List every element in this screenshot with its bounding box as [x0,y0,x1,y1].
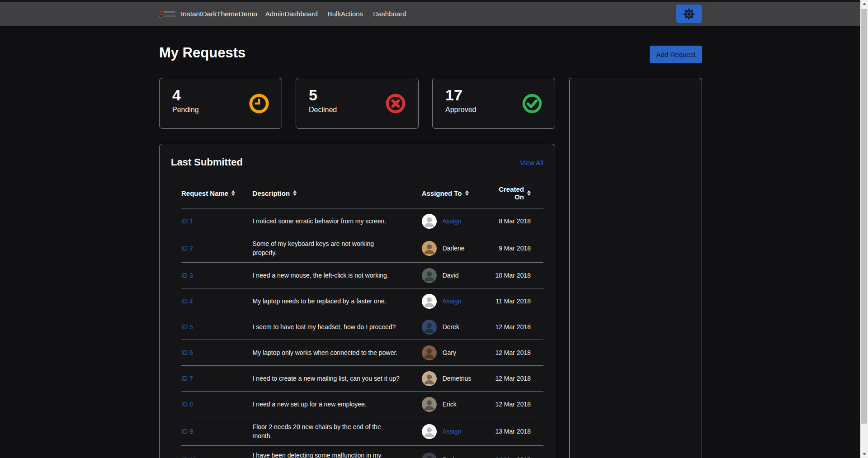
assignee-name: Gary [443,348,456,357]
person-icon [422,345,437,360]
column-label: Created On [491,185,524,201]
sort-icon [465,190,469,196]
scrollbar[interactable] [860,0,868,458]
clock-icon [248,93,270,114]
avatar [422,345,437,360]
stat-card-declined: 5 Declined [296,78,419,129]
request-link[interactable]: ID 3 [181,272,193,279]
request-date: 12 Mar 2018 [491,322,543,331]
stats-row: 4 Pending 5 Declined 17 Approved [159,78,555,129]
avatar-placeholder [422,214,437,229]
avatar [422,371,437,386]
request-link[interactable]: ID 5 [181,323,193,331]
column-header-request-name[interactable]: Request Name [181,185,253,201]
x-circle-icon [385,93,406,114]
gear-icon [682,7,696,21]
table-row: ID 10 I have been detecting some malfunc… [181,446,543,458]
scrollbar-down-button[interactable] [860,450,868,458]
request-description: I need a new mouse, the left-click is no… [253,271,422,280]
sort-icon [293,190,297,196]
assignee-name: Demetrius [443,374,472,383]
request-date: 10 Mar 2018 [491,271,543,280]
request-date: 13 Mar 2018 [491,427,543,436]
add-request-button[interactable]: Add Request [650,46,702,63]
request-date: 14 Mar 2018 [491,455,543,458]
person-icon [422,214,437,229]
navbar-brand[interactable]: InstantDarkThemeDemo [181,10,257,18]
request-link[interactable]: ID 1 [181,217,193,225]
request-date: 12 Mar 2018 [491,348,543,357]
request-link[interactable]: ID 7 [181,375,193,382]
stat-card-pending: 4 Pending [159,78,282,129]
assignee-name: David [443,271,459,280]
request-date: 12 Mar 2018 [491,400,543,409]
request-description: I have been detecting some malfunction i… [253,451,388,458]
table-row: ID 4 My laptop needs to be replaced by a… [181,288,543,314]
assign-link[interactable]: Assign [443,297,462,306]
request-description: I noticed some erratic behavior from my … [253,217,422,226]
scroll-up-icon [863,3,866,5]
person-icon [422,241,437,256]
column-header-assigned-to[interactable]: Assigned To [422,185,492,201]
person-icon [422,371,437,386]
page-title: My Requests [159,45,245,61]
person-icon [422,397,437,412]
assignee-name: Doris [443,455,458,458]
request-description: I need a new set up for a new employee. [253,400,422,409]
stat-card-approved: 17 Approved [432,78,555,129]
assignee-name: Darlene [443,244,465,253]
empty-side-panel [569,78,702,458]
column-header-created-on[interactable]: Created On [491,185,543,201]
request-date: 8 Mar 2018 [491,217,543,226]
requests-table: Request Name Description Assigned To Cre… [181,180,543,458]
scrollbar-thumb[interactable] [861,9,867,424]
nav-link-bulkactions[interactable]: BulkActions [328,10,363,18]
person-icon [422,320,437,335]
person-icon [422,424,437,439]
request-description: I seem to have lost my headset, how do I… [253,322,422,331]
request-link[interactable]: ID 4 [181,297,193,305]
request-description: Some of my keyboard keys are not working… [253,239,388,257]
table-row: ID 3 I need a new mouse, the left-click … [181,263,543,288]
card-title: Last Submitted [171,156,243,169]
avatar [422,320,437,335]
scrollbar-up-button[interactable] [860,0,868,8]
assign-link[interactable]: Assign [443,217,462,226]
column-label: Description [253,189,290,197]
column-header-description[interactable]: Description [253,185,422,201]
table-row: ID 9 Floor 2 needs 20 new chairs by the … [181,417,543,446]
request-link[interactable]: ID 2 [181,245,193,252]
request-date: 9 Mar 2018 [491,244,543,253]
navbar: InstantDarkThemeDemo AdminDashboard Bulk… [0,2,860,26]
table-row: ID 7 I need to create a new mailing list… [181,366,543,392]
avatar-placeholder [422,294,437,309]
nav-link-dashboard[interactable]: Dashboard [373,10,406,18]
table-header-row: Request Name Description Assigned To Cre… [181,180,543,208]
request-link[interactable]: ID 9 [181,428,193,435]
request-description: My laptop only works when connected to t… [253,348,422,357]
request-link[interactable]: ID 6 [181,349,193,356]
column-label: Assigned To [422,189,462,197]
assignee-name: Derek [443,322,459,331]
sort-icon [231,190,235,196]
assign-link[interactable]: Assign [443,427,462,436]
table-row: ID 6 My laptop only works when connected… [181,340,543,366]
request-description: Floor 2 needs 20 new chairs by the end o… [253,422,388,440]
request-link[interactable]: ID 10 [181,456,196,458]
check-circle-icon [521,93,543,114]
sort-icon [527,190,531,196]
avatar [422,397,437,412]
view-all-link[interactable]: View All [520,159,543,166]
scroll-down-icon [863,453,866,455]
request-date: 11 Mar 2018 [491,297,543,306]
table-row: ID 5 I seem to have lost my headset, how… [181,314,543,340]
request-link[interactable]: ID 8 [181,401,193,408]
person-icon [422,453,437,458]
settings-button[interactable] [676,5,702,23]
table-row: ID 1 I noticed some erratic behavior fro… [181,208,543,234]
nav-link-admindashboard[interactable]: AdminDashboard [265,10,318,18]
person-icon [422,268,437,283]
assignee-name: Erick [443,400,457,409]
request-description: My laptop needs to be replaced by a fast… [253,297,422,306]
avatar [422,241,437,256]
